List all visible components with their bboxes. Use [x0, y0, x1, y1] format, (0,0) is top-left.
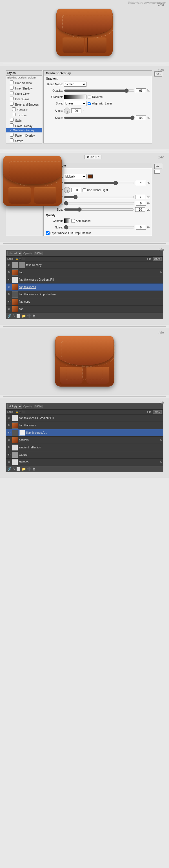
- scale-slider[interactable]: [64, 116, 135, 119]
- style-select[interactable]: Linear Radial Angle: [64, 101, 86, 106]
- angle-input[interactable]: [71, 108, 81, 113]
- style-gradient-overlay[interactable]: ✓ Gradient Overlay: [6, 128, 42, 132]
- eye-icon-2ft[interactable]: 👁: [7, 424, 11, 428]
- blend-mode-layers2-select[interactable]: Multiply Normal: [7, 404, 22, 409]
- layer-gradient-fill[interactable]: 👁 flap thickness's Gradient Fill: [6, 276, 163, 283]
- contour-swatch[interactable]: [64, 218, 70, 223]
- layer-flap-copy[interactable]: 👁 flap copy: [6, 298, 163, 306]
- ds-noise-label: Noise:: [46, 226, 63, 229]
- ds-opacity-input[interactable]: [136, 181, 146, 185]
- layer-texture-copy[interactable]: 👁 texture copy: [6, 261, 163, 269]
- ds-noise-unit: %: [147, 226, 150, 229]
- layer2-ambient[interactable]: 👁 ambient reflection: [6, 444, 163, 451]
- angle-dial[interactable]: [64, 107, 70, 114]
- anti-alias-label[interactable]: Anti-aliased: [71, 219, 90, 223]
- ds-angle-dial[interactable]: [64, 187, 70, 193]
- eye-icon-2fts[interactable]: 👁: [7, 431, 11, 435]
- layer-flap-2[interactable]: 👁 flap: [6, 306, 163, 313]
- ds-distance-input[interactable]: [135, 195, 145, 199]
- reverse-checkbox[interactable]: [88, 95, 91, 99]
- mask-icon-bottom[interactable]: ⬜: [16, 314, 20, 318]
- style-satin[interactable]: Satin: [6, 118, 42, 123]
- global-light-label[interactable]: Use Global Light: [83, 188, 108, 192]
- eye-icon-fc[interactable]: 👁: [7, 300, 11, 304]
- trash-icon[interactable]: 🗑: [32, 314, 36, 318]
- layer2-texture[interactable]: 👁 texture: [6, 451, 163, 459]
- layer2-flap-thickness-s[interactable]: 👁 flap thickness's ...: [6, 429, 163, 437]
- gradient-row: Gradient: Reverse: [44, 94, 152, 100]
- eye-icon-2p[interactable]: 👁: [7, 438, 11, 442]
- link-icon-2[interactable]: 🔗: [7, 467, 11, 471]
- layer-name: texture copy: [26, 264, 162, 267]
- bag2-pocket-left: [8, 187, 31, 204]
- ds-distance-slider[interactable]: [64, 196, 134, 198]
- section-label-14e: 14e: [158, 331, 164, 335]
- align-layer-checkbox[interactable]: [88, 102, 91, 105]
- bag2-pocket-right: [34, 187, 56, 204]
- ds-angle-input[interactable]: [71, 188, 81, 192]
- eye-icon-ds[interactable]: 👁: [7, 292, 11, 297]
- ds-size-input[interactable]: [135, 207, 145, 212]
- ds-opacity-slider[interactable]: [64, 182, 135, 184]
- style-outer-glow[interactable]: Outer Glow: [6, 91, 42, 96]
- blend-mode-select[interactable]: Screen Normal Multiply: [64, 82, 86, 87]
- ds-color-swatch[interactable]: [88, 175, 93, 179]
- add-layer-icon-2[interactable]: ➕: [27, 467, 31, 471]
- style-color-overlay[interactable]: Color Overlay: [6, 123, 42, 128]
- eye-icon-flap[interactable]: 👁: [7, 271, 11, 275]
- opacity-slider[interactable]: [64, 89, 135, 92]
- layer-knocks-label[interactable]: Layer Knocks Out Drop Shadow: [46, 231, 91, 235]
- layer-knocks-checkbox[interactable]: [46, 231, 50, 235]
- layer-flap-thickness[interactable]: 👁 flap thickness: [6, 283, 163, 291]
- folder-icon-bottom[interactable]: 📁: [22, 314, 26, 318]
- reverse-checkbox-label[interactable]: Reverse: [88, 95, 102, 99]
- eye-icon-gf[interactable]: 👁: [7, 278, 11, 282]
- ds-blend-select[interactable]: Multiply Normal: [64, 174, 86, 179]
- quality-title: Quality: [44, 213, 152, 217]
- align-layer-label[interactable]: Align with Layer: [88, 102, 112, 105]
- opacity-input[interactable]: [136, 88, 146, 93]
- eye-icon-2gf[interactable]: 👁: [7, 416, 11, 420]
- style-texture[interactable]: Texture: [6, 112, 42, 118]
- eye-icon-2s[interactable]: 👁: [7, 460, 11, 464]
- ds-noise-input[interactable]: [136, 225, 146, 229]
- eye-icon-f2[interactable]: 👁: [7, 307, 11, 311]
- fx-icon-bottom-2[interactable]: fx: [13, 467, 15, 471]
- style-bevel-emboss[interactable]: Bevel and Emboss: [6, 101, 42, 107]
- global-light-checkbox[interactable]: [83, 188, 86, 192]
- blend-mode-layers-select[interactable]: Normal Multiply: [7, 251, 22, 255]
- style-pattern-overlay[interactable]: Pattern Overlay: [6, 132, 42, 138]
- style-contour[interactable]: Contour: [6, 107, 42, 112]
- style-stroke[interactable]: Stroke: [6, 138, 42, 143]
- style-drop-shadow[interactable]: Drop Shadow: [6, 80, 42, 85]
- mask-icon-bottom-2[interactable]: ⬜: [16, 467, 20, 471]
- anti-alias-checkbox[interactable]: [71, 219, 75, 223]
- eye-icon-2t[interactable]: 👁: [7, 453, 11, 457]
- add-layer-icon[interactable]: ➕: [27, 314, 31, 318]
- scale-input[interactable]: [136, 116, 146, 120]
- style-inner-glow[interactable]: Inner Glow: [6, 96, 42, 101]
- ds-noise-slider[interactable]: [64, 226, 135, 229]
- ds-spread-input[interactable]: [136, 201, 146, 206]
- ds-spread-slider[interactable]: [64, 202, 135, 205]
- layer-drop-shadow[interactable]: 👁 flap thickness's Drop Shadow: [6, 291, 163, 298]
- layer2-gradient-fill[interactable]: 👁 flap thickness's Gradient Fill: [6, 414, 163, 422]
- layer2-flap-thickness[interactable]: 👁 flap thickness: [6, 422, 163, 429]
- layer-flap-1[interactable]: 👁 flap fx: [6, 269, 163, 276]
- fx-icon-bottom[interactable]: fx: [13, 314, 15, 318]
- angle-label: Angle:: [46, 109, 63, 113]
- layer2-pockets[interactable]: 👁 pockets fx: [6, 437, 163, 444]
- layer2-stitches[interactable]: 👁 stitches fx: [6, 459, 163, 466]
- trash-icon-2[interactable]: 🗑: [32, 467, 36, 471]
- style-inner-shadow[interactable]: Inner Shadow: [6, 85, 42, 91]
- eye-icon-ft[interactable]: 👁: [7, 285, 11, 289]
- eye-icon[interactable]: 👁: [7, 263, 11, 267]
- new-button-14c[interactable]: Ne...: [154, 164, 162, 169]
- gradient-swatch[interactable]: [64, 95, 86, 99]
- folder-icon-bottom-2[interactable]: 📁: [22, 467, 26, 471]
- link-icon[interactable]: 🔗: [7, 314, 11, 318]
- section-label-14f: 14f: [159, 401, 164, 405]
- eye-icon-2a[interactable]: 👁: [7, 445, 11, 450]
- gradient-structure-title: Gradient: [44, 76, 152, 81]
- ds-size-slider[interactable]: [64, 208, 134, 211]
